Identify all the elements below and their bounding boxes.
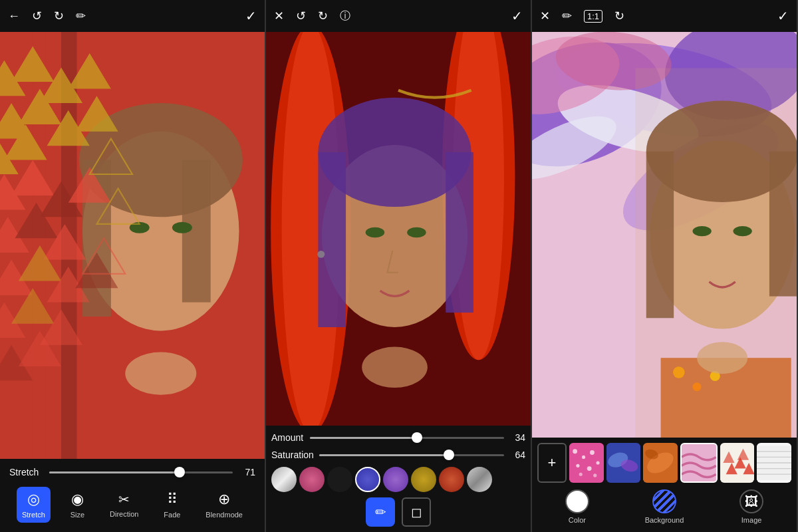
size-tool[interactable]: ◉ Size — [65, 487, 90, 523]
tool-row: ◎ Stretch ◉ Size ✂ Direction ⠿ Fade ⊕ Bl… — [9, 487, 255, 527]
blendmode-tool-label: Blendmode — [205, 511, 243, 519]
stretch-tool-icon: ◎ — [27, 491, 40, 508]
stretch-tool-label: Stretch — [22, 511, 45, 519]
image-type-label: Image — [741, 516, 762, 524]
canvas-2[interactable] — [266, 32, 531, 426]
fade-tool[interactable]: ⠿ Fade — [158, 487, 186, 523]
check-icon-2[interactable]: ✓ — [511, 8, 523, 24]
saturation-fill — [319, 454, 449, 456]
info-icon[interactable]: ⓘ — [340, 9, 350, 23]
svg-rect-64 — [646, 152, 674, 319]
blendmode-tool-icon: ⊕ — [218, 491, 230, 508]
stretch-track[interactable] — [49, 471, 233, 473]
background-type-label: Background — [645, 516, 684, 524]
saturation-label: Saturation — [271, 450, 314, 460]
undo-icon[interactable]: ↺ — [32, 9, 42, 23]
check-icon[interactable]: ✓ — [245, 8, 257, 24]
saturation-track[interactable] — [319, 454, 504, 456]
amount-fill — [310, 437, 417, 439]
add-background-button[interactable]: + — [537, 443, 567, 483]
swatch-gray[interactable] — [467, 467, 492, 492]
bg-thumb-6[interactable] — [757, 443, 791, 483]
rotate-icon[interactable]: ↻ — [614, 9, 624, 23]
svg-point-77 — [576, 464, 579, 467]
toolbar-2: ✕ ↺ ↻ ⓘ ✓ — [266, 0, 531, 32]
svg-rect-65 — [769, 152, 797, 297]
eraser-button[interactable]: ◻ — [402, 497, 431, 527]
stretch-slider-row: Stretch 71 — [9, 467, 255, 477]
amount-track[interactable] — [310, 437, 504, 439]
saturation-thumb[interactable] — [444, 450, 454, 460]
color-swatches — [271, 467, 525, 492]
toolbar-1: ← ↺ ↻ ✏ ✓ — [0, 0, 265, 32]
svg-point-76 — [590, 450, 595, 455]
svg-point-67 — [733, 226, 751, 236]
swatch-gold[interactable] — [411, 467, 436, 492]
svg-point-80 — [579, 473, 583, 476]
panel-background: ✕ ✏ 1:1 ↻ ✓ — [532, 0, 798, 532]
brush-tools: ✏ ◻ — [271, 497, 525, 527]
swatch-red[interactable] — [439, 467, 464, 492]
amount-slider-row: Amount 34 — [271, 432, 525, 443]
swatch-blue[interactable] — [355, 467, 380, 492]
amount-value: 34 — [509, 432, 525, 443]
size-tool-icon: ◉ — [71, 491, 84, 508]
color-type-label: Color — [569, 516, 586, 524]
svg-point-49 — [407, 227, 426, 237]
direction-tool-icon: ✂ — [118, 491, 130, 507]
panel3-controls: + — [532, 438, 797, 532]
image-type[interactable]: 🖼 Image — [739, 489, 763, 524]
swatch-purple[interactable] — [383, 467, 408, 492]
color-type[interactable]: Color — [565, 489, 589, 524]
svg-point-8 — [172, 222, 192, 233]
undo-icon-2[interactable]: ↺ — [296, 9, 306, 23]
saturation-value: 64 — [509, 450, 525, 460]
bg-thumbnails: + — [537, 443, 791, 483]
eraser-icon[interactable]: ✏ — [76, 9, 86, 23]
blendmode-tool[interactable]: ⊕ Blendmode — [200, 487, 248, 523]
bg-thumb-1[interactable] — [569, 443, 604, 483]
stretch-thumb[interactable] — [174, 467, 185, 477]
svg-point-50 — [362, 347, 428, 388]
svg-point-38 — [125, 352, 196, 395]
close-icon[interactable]: ✕ — [274, 9, 284, 23]
back-icon[interactable]: ← — [8, 9, 20, 23]
fade-tool-label: Fade — [164, 511, 180, 519]
redo-icon[interactable]: ↻ — [54, 9, 64, 23]
stretch-tool[interactable]: ◎ Stretch — [17, 487, 51, 523]
bg-thumb-4[interactable] — [680, 443, 718, 483]
bg-thumb-5[interactable] — [720, 443, 755, 483]
eraser-icon-3[interactable]: ✏ — [562, 9, 572, 23]
svg-point-51 — [317, 251, 325, 258]
amount-label: Amount — [271, 432, 305, 443]
image-type-icon: 🖼 — [739, 489, 763, 513]
direction-tool[interactable]: ✂ Direction — [104, 487, 144, 522]
saturation-slider-row: Saturation 64 — [271, 450, 525, 460]
color-type-icon — [565, 489, 589, 513]
ratio-icon[interactable]: 1:1 — [584, 10, 602, 23]
bg-thumb-3[interactable] — [643, 443, 678, 483]
svg-rect-47 — [446, 152, 473, 313]
panel-stretch: ← ↺ ↻ ✏ ✓ — [0, 0, 266, 532]
brush-button[interactable]: ✏ — [366, 497, 395, 527]
swatch-black[interactable] — [327, 467, 352, 492]
amount-thumb[interactable] — [412, 432, 422, 443]
close-icon-3[interactable]: ✕ — [540, 9, 550, 23]
panel-hair-color: ✕ ↺ ↻ ⓘ ✓ — [266, 0, 532, 532]
canvas-1[interactable] — [0, 32, 265, 459]
panel2-controls: Amount 34 Saturation 64 — [266, 426, 531, 532]
background-type[interactable]: Background — [645, 489, 684, 524]
svg-point-72 — [697, 342, 747, 374]
bg-thumb-2[interactable] — [606, 443, 641, 483]
svg-point-81 — [593, 473, 597, 477]
stretch-label: Stretch — [9, 467, 43, 477]
swatch-silver[interactable] — [271, 467, 297, 492]
svg-point-75 — [582, 456, 585, 459]
svg-point-70 — [692, 382, 701, 391]
canvas-3[interactable] — [532, 32, 797, 438]
check-icon-3[interactable]: ✓ — [777, 8, 789, 24]
svg-point-74 — [573, 449, 577, 454]
direction-tool-label: Direction — [110, 510, 138, 518]
swatch-pink[interactable] — [299, 467, 325, 492]
redo-icon-2[interactable]: ↻ — [318, 9, 328, 23]
